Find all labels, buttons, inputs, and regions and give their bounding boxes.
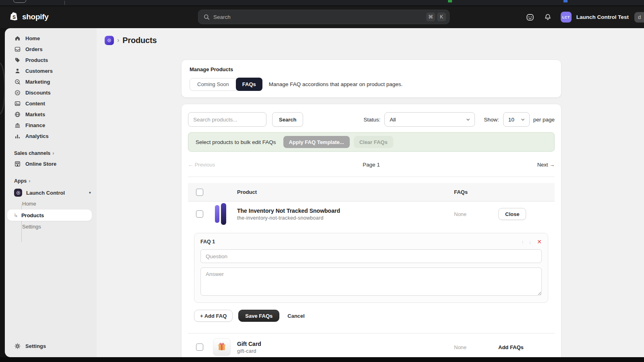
app-subitem-home[interactable]: Home [5, 198, 97, 209]
screen: S shopify Search ⌘ K LCT Launch Control … [0, 0, 644, 362]
bulk-edit-banner: Select products to bulk edit FAQs Apply … [188, 132, 555, 152]
manage-products-card: Manage Products Coming Soon FAQs Manage … [181, 60, 561, 98]
app-shell: Home Orders Products Customers Marketing… [0, 28, 644, 357]
arrow-right-icon: → [549, 162, 555, 168]
app-active-dot: • [89, 189, 91, 196]
breadcrumb: › Products [105, 35, 644, 46]
launch-control-breadcrumb-icon[interactable] [105, 36, 114, 45]
sidebar-item-online-store[interactable]: Online Store [5, 158, 97, 169]
pagination: ← Previous Page 1 Next → [188, 156, 555, 173]
global-search[interactable]: Search ⌘ K [198, 10, 450, 24]
sidebar-item-discounts[interactable]: Discounts [5, 87, 97, 98]
sidebar-item-finance[interactable]: Finance [5, 120, 97, 131]
sidebar-item-label: Orders [25, 46, 43, 52]
tab-faqs[interactable]: FAQs [236, 78, 262, 91]
sales-channels-header[interactable]: Sales channels › [14, 150, 97, 156]
product-thumbnail-gift-card [213, 338, 231, 356]
faq-number-label: FAQ 1 [200, 239, 516, 245]
tab-coming-soon[interactable]: Coming Soon [190, 78, 237, 91]
sidebar-item-content[interactable]: Content [5, 98, 97, 109]
move-faq-down-icon[interactable]: ↓ [529, 239, 532, 245]
chevron-down-icon [520, 117, 525, 122]
sales-channels-label: Sales channels [14, 150, 50, 156]
add-faqs-button[interactable]: Add FAQs [498, 344, 524, 350]
save-faqs-button[interactable]: Save FAQs [238, 310, 279, 322]
divider [188, 177, 555, 177]
next-page-button[interactable]: Next → [466, 162, 555, 168]
notifications-bell-icon[interactable] [543, 12, 553, 22]
cancel-button[interactable]: Cancel [285, 313, 307, 319]
target-icon [14, 78, 21, 85]
next-label: Next [537, 162, 548, 168]
sidebar-item-label: Finance [25, 122, 45, 128]
store-avatar[interactable]: LCT [561, 12, 572, 23]
chevron-down-icon [466, 117, 471, 122]
previous-page-button[interactable]: ← Previous [188, 162, 277, 168]
app-subitem-products[interactable]: ↳ Products [7, 210, 92, 221]
previous-label: Previous [195, 162, 215, 168]
remove-faq-icon[interactable]: ✕ [537, 239, 542, 245]
sidebar-item-label: Analytics [25, 133, 49, 139]
product-title: The Inventory Not Tracked Snowboard [237, 208, 454, 214]
sidebar-item-label: Content [25, 101, 45, 107]
bottom-strip [0, 357, 644, 362]
browser-favicon-blue [564, 0, 568, 2]
snowboard-strip [215, 205, 219, 223]
faq-question-input[interactable] [200, 249, 542, 263]
kbd-k: K [437, 12, 446, 21]
sidebar: Home Orders Products Customers Marketing… [5, 28, 97, 357]
sidebar-item-label: Settings [25, 343, 46, 349]
global-search-placeholder: Search [213, 14, 424, 20]
product-column-header: Product [237, 189, 454, 195]
store-name[interactable]: Launch Control Test [576, 14, 629, 20]
sidebar-item-markets[interactable]: Markets [5, 109, 97, 120]
sidebar-item-orders[interactable]: Orders [5, 44, 97, 55]
select-all-checkbox[interactable] [196, 189, 203, 196]
sidebar-item-products[interactable]: Products [5, 55, 97, 66]
faqs-tab-description: Manage FAQ accordions that appear on pro… [269, 81, 402, 87]
product-thumbnail-snowboard [213, 203, 229, 225]
shopify-logo[interactable]: S shopify [10, 11, 48, 22]
subitem-label: Home [22, 201, 36, 207]
orders-icon [14, 46, 21, 53]
main-content: › Products Manage Products Coming Soon F… [97, 28, 644, 357]
app-subitem-settings[interactable]: Settings [5, 221, 97, 232]
row-checkbox[interactable] [196, 210, 203, 218]
table-row: The Inventory Not Tracked Snowboard the-… [188, 202, 555, 226]
sidebar-item-analytics[interactable]: Analytics [5, 131, 97, 142]
arrow-left-icon: ← [188, 162, 193, 168]
move-faq-up-icon[interactable]: ↑ [521, 239, 524, 245]
status-label: Status: [363, 117, 380, 123]
sidebar-item-marketing[interactable]: Marketing [5, 76, 97, 87]
sidekick-icon[interactable] [525, 12, 535, 22]
browser-tab-shape [13, 0, 26, 3]
search-products-input[interactable] [188, 112, 266, 127]
close-faq-editor-button[interactable]: Close [498, 208, 526, 220]
shopify-s: S [12, 14, 16, 20]
clear-faqs-button[interactable]: Clear FAQs [354, 136, 393, 148]
search-button[interactable]: Search [272, 112, 303, 127]
faq-answer-textarea[interactable] [200, 267, 542, 296]
sidebar-item-home[interactable]: Home [5, 33, 97, 44]
status-select[interactable]: All [384, 112, 475, 127]
apply-faq-template-button[interactable]: Apply FAQ Template... [283, 136, 350, 148]
sidebar-item-settings[interactable]: Settings [5, 341, 97, 352]
manage-products-title: Manage Products [190, 66, 553, 72]
show-label: Show: [484, 117, 499, 123]
per-page-select[interactable]: 10 [503, 112, 530, 127]
page-indicator: Page 1 [277, 162, 466, 168]
bulk-edit-message: Select products to bulk edit FAQs [196, 139, 276, 145]
product-slug: gift-card [237, 348, 454, 354]
topbar-right: LCT Launch Control Test d [525, 6, 644, 28]
globe-icon [14, 111, 21, 118]
sidebar-item-customers[interactable]: Customers [5, 66, 97, 76]
home-icon [14, 35, 21, 42]
apps-header[interactable]: Apps › [14, 178, 97, 184]
product-title: Gift Card [237, 341, 454, 347]
add-faq-button[interactable]: + Add FAQ [194, 310, 233, 322]
status-value: All [390, 117, 466, 123]
sidebar-item-label: Products [25, 57, 48, 63]
launch-control-app-icon [14, 189, 22, 197]
row-checkbox[interactable] [196, 343, 203, 351]
sidebar-app-launch-control[interactable]: Launch Control • [5, 187, 97, 198]
